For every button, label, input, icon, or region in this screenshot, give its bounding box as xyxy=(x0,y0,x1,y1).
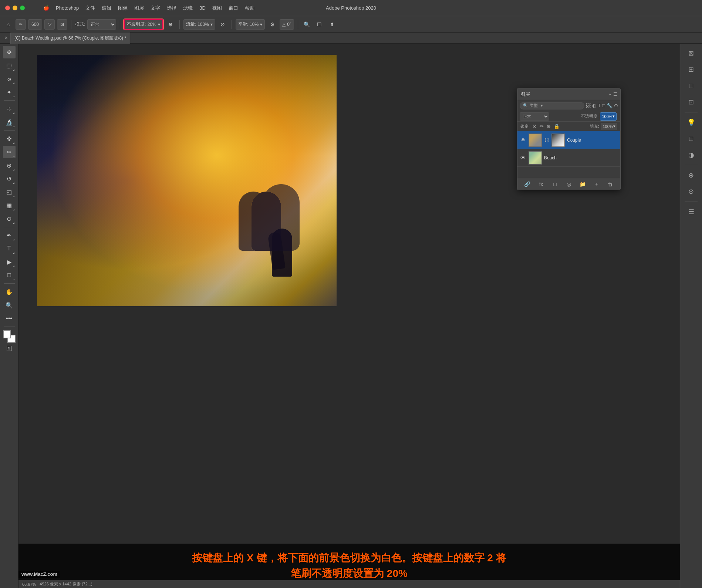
path-select-tool[interactable]: ▶ xyxy=(3,256,16,268)
transform-panel-btn[interactable]: ⊛ xyxy=(684,184,699,199)
help-menu[interactable]: 帮助 xyxy=(245,5,254,11)
new-group-btn[interactable]: 📁 xyxy=(578,180,587,188)
learn-panel-btn[interactable]: ⊠ xyxy=(684,46,699,61)
link-layers-btn[interactable]: 🔗 xyxy=(523,180,531,188)
smooth-dropdown-icon[interactable]: ▾ xyxy=(260,22,262,27)
lock-pixels-icon[interactable]: ⊠ xyxy=(533,124,537,129)
type-tool[interactable]: T xyxy=(3,242,16,255)
opacity-dropdown-icon[interactable]: ▾ xyxy=(158,22,160,27)
text-menu[interactable]: 文字 xyxy=(151,5,160,11)
history-brush-tool[interactable]: ↺ xyxy=(3,172,16,185)
tab-close-btn[interactable]: ✕ xyxy=(3,35,9,41)
window-menu[interactable]: 窗口 xyxy=(229,5,238,11)
light-panel-btn[interactable]: 💡 xyxy=(684,115,699,130)
layer-menu[interactable]: 图层 xyxy=(134,5,144,11)
artboard-icon[interactable]: ☐ xyxy=(314,19,325,30)
blend-mode-layers-select[interactable]: 正常 溶解 正片叠底 xyxy=(520,112,549,121)
pixel-filter-icon[interactable]: 🖼 xyxy=(586,103,591,108)
search-icon[interactable]: 🔍 xyxy=(302,19,312,30)
brush-size-field[interactable]: 600 xyxy=(28,19,42,30)
clone-stamp-tool[interactable]: ⊕ xyxy=(3,159,16,172)
shape-tool[interactable]: □ xyxy=(3,269,16,281)
minimize-button[interactable] xyxy=(13,6,17,10)
edit-menu[interactable]: 编辑 xyxy=(102,5,111,11)
file-menu[interactable]: 文件 xyxy=(85,5,95,11)
lasso-tool[interactable]: ⌀ xyxy=(3,72,16,85)
hand-tool[interactable]: ✋ xyxy=(3,285,16,298)
layers-search-box[interactable]: 🔍 类型 ▾ xyxy=(520,102,584,109)
spot-heal-tool[interactable]: ✜ xyxy=(3,132,16,145)
smart-filter-icon[interactable]: 🔧 xyxy=(607,103,612,108)
shape-filter-icon[interactable]: □ xyxy=(602,103,605,108)
apple-menu[interactable]: 🍎 xyxy=(43,5,49,11)
layer-fx-btn[interactable]: fx xyxy=(537,180,545,188)
canvas-area[interactable]: 按键盘上的 X 键，将下面的前景色切换为白色。按键盘上的数字 2 将 笔刷不透明… xyxy=(18,44,680,588)
add-mask-btn[interactable]: □ xyxy=(551,180,559,188)
color-swatches[interactable] xyxy=(3,330,16,343)
style-panel-btn[interactable]: ⊕ xyxy=(684,168,699,183)
search-dropdown-icon[interactable]: ▾ xyxy=(541,103,543,108)
tool-preset-btn[interactable]: ⊠ xyxy=(57,19,67,30)
effects-panel-btn[interactable]: ◑ xyxy=(684,148,699,162)
lock-all-icon[interactable]: 🔒 xyxy=(554,124,560,129)
libraries-panel-btn[interactable]: ⊞ xyxy=(684,62,699,77)
eyedropper-tool[interactable]: 🔬 xyxy=(3,116,16,128)
new-fill-layer-btn[interactable]: ◎ xyxy=(565,180,573,188)
blend-mode-select[interactable]: 正常 溶解 正片叠底 xyxy=(87,19,116,30)
marquee-tool[interactable]: ⬚ xyxy=(3,59,16,72)
foreground-color-swatch[interactable] xyxy=(3,330,11,338)
eraser-tool[interactable]: ◱ xyxy=(3,186,16,198)
properties-panel-btn[interactable]: □ xyxy=(684,78,699,93)
angle-field[interactable]: △ 0° xyxy=(280,19,294,30)
smooth-field[interactable]: 平滑: 10% ▾ xyxy=(236,19,265,30)
blur-tool[interactable]: ⊙ xyxy=(3,212,16,225)
fill-value[interactable]: 100% ▾ xyxy=(601,123,617,130)
select-menu[interactable]: 选择 xyxy=(167,5,176,11)
layer-visibility-beach[interactable]: 👁 xyxy=(520,155,526,161)
layer-visibility-couple[interactable]: 👁 xyxy=(520,137,526,143)
pressure-icon[interactable]: ⊘ xyxy=(217,19,228,30)
swap-colors-btn[interactable]: ⇅ xyxy=(7,346,12,351)
document-tab[interactable]: (C) Beach Wedding.psd @ 66.7% (Couple, 图… xyxy=(10,33,130,44)
lock-artboard-icon[interactable]: ⊕ xyxy=(547,124,551,129)
document-dimensions: 4926 像素 x 1442 像素 (72...) xyxy=(40,581,92,587)
filter-menu[interactable]: 滤镜 xyxy=(183,5,193,11)
3d-menu[interactable]: 3D xyxy=(199,5,206,11)
image-menu[interactable]: 图像 xyxy=(118,5,128,11)
layer-item-beach[interactable]: 👁 Beach xyxy=(517,149,620,167)
layer-item-couple[interactable]: 👁 ⛓ Couple xyxy=(517,131,620,149)
share-icon[interactable]: ⬆ xyxy=(327,19,337,30)
brush-preset-btn[interactable]: ▽ xyxy=(44,19,55,30)
brush-tool[interactable]: ✏ xyxy=(3,146,16,158)
smooth-settings-icon[interactable]: ⚙ xyxy=(267,19,277,30)
photoshop-menu[interactable]: Photoshop xyxy=(56,5,79,11)
magic-wand-tool[interactable]: ✦ xyxy=(3,86,16,98)
crop-tool[interactable]: ⊹ xyxy=(3,102,16,115)
layers-icon-btn[interactable]: ☰ xyxy=(684,205,699,219)
flow-dropdown-icon[interactable]: ▾ xyxy=(210,22,213,27)
more-tools[interactable]: ••• xyxy=(3,312,16,325)
home-icon[interactable]: ⌂ xyxy=(3,19,13,30)
move-tool[interactable]: ✥ xyxy=(3,46,16,58)
panel-menu-icon[interactable]: ☰ xyxy=(613,92,617,97)
pen-tool[interactable]: ✒ xyxy=(3,229,16,241)
layers-opacity-value[interactable]: 100% ▾ xyxy=(600,112,617,121)
adjustments-panel-btn[interactable]: ⊡ xyxy=(684,95,699,109)
airbrush-icon[interactable]: ⊕ xyxy=(165,19,176,30)
type-filter-icon[interactable]: T xyxy=(598,103,601,108)
lock-position-icon[interactable]: ✏ xyxy=(540,124,544,129)
expand-panel-icon[interactable]: » xyxy=(608,92,611,97)
filter-toggle-icon[interactable]: ⊙ xyxy=(614,103,618,108)
brush-tool-btn[interactable]: ✏ xyxy=(16,19,26,30)
flow-field[interactable]: 流量: 100% ▾ xyxy=(183,19,215,30)
view-menu[interactable]: 视图 xyxy=(212,5,222,11)
maximize-button[interactable] xyxy=(20,6,25,10)
opacity-field[interactable]: 不透明度: 20% ▾ xyxy=(124,19,163,30)
zoom-tool[interactable]: 🔍 xyxy=(3,299,16,311)
appearance-panel-btn[interactable]: □ xyxy=(684,131,699,146)
close-button[interactable] xyxy=(5,6,10,10)
adjustment-filter-icon[interactable]: ◐ xyxy=(592,103,596,108)
new-layer-btn[interactable]: ＋ xyxy=(593,180,601,188)
gradient-tool[interactable]: ▦ xyxy=(3,199,16,212)
delete-layer-btn[interactable]: 🗑 xyxy=(606,180,614,188)
